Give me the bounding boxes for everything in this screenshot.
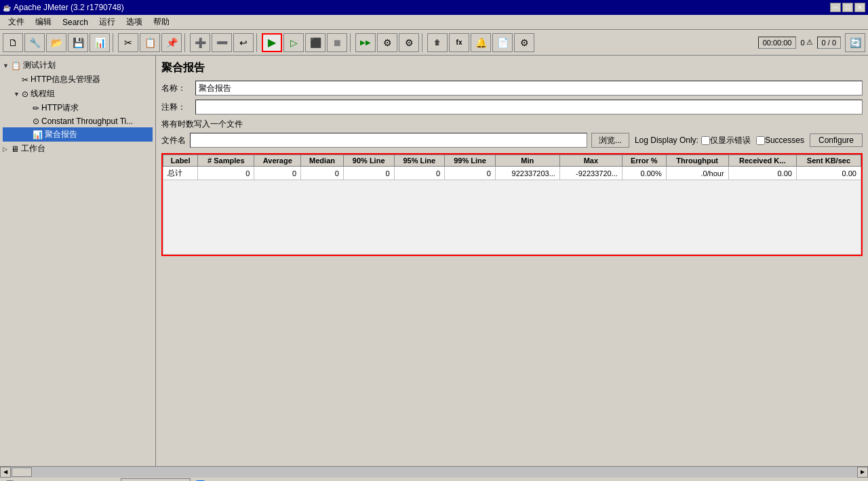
file-input[interactable] — [190, 133, 587, 148]
tree-item-workbench[interactable]: ▷ 🖥 工作台 — [3, 142, 153, 156]
shutdown-button[interactable]: ⏹ — [327, 33, 347, 52]
scroll-left-button[interactable]: ◀ — [0, 467, 11, 478]
label-aggregate: 聚合报告 — [45, 129, 77, 140]
arrow-workbench: ▷ — [3, 146, 11, 152]
right-panel: 聚合报告 名称： 注释： 将有时数写入一个文件 文件名 浏览... — [156, 56, 868, 466]
tree-item-thread-group[interactable]: ▼ ⊙ 线程组 — [3, 87, 153, 101]
file-section-label: 将有时数写入一个文件 — [161, 119, 863, 130]
menu-run[interactable]: 运行 — [94, 15, 121, 29]
tree-item-throughput[interactable]: ⊙ Constant Throughput Ti... — [3, 115, 153, 127]
cell-median: 0 — [301, 167, 344, 180]
configure-button[interactable]: Configure — [810, 133, 863, 147]
browse-button[interactable]: 浏览... — [591, 133, 629, 148]
cell-average: 0 — [254, 167, 301, 180]
icon-workbench: 🖥 — [11, 144, 19, 154]
name-row: 名称： — [161, 81, 863, 96]
col-received: Received K... — [728, 155, 796, 167]
loop-icon[interactable]: 🔄 — [845, 33, 865, 52]
expand-button[interactable]: ➕ — [190, 33, 210, 52]
collapse-button[interactable]: ➖ — [212, 33, 232, 52]
graph-button[interactable]: 📊 — [90, 33, 110, 52]
status-area: 00:00:00 0 ⚠ 0 / 0 🔄 — [758, 33, 865, 52]
scroll-thumb[interactable] — [12, 467, 32, 477]
error-indicator: 0 ⚠ — [800, 38, 812, 47]
remote-start-button[interactable]: ▶▶ — [355, 33, 376, 52]
new-button[interactable]: 🗋 — [3, 33, 23, 52]
play-no-pause-button[interactable]: ▷ — [283, 33, 304, 52]
toggle-button[interactable]: ↩ — [233, 33, 254, 52]
tree-item-aggregate[interactable]: 📊 聚合报告 — [3, 127, 153, 142]
icon-http-request: ✏ — [33, 104, 39, 113]
label-test-plan: 测试计划 — [23, 60, 56, 71]
name-label: 名称： — [161, 83, 195, 94]
menu-file[interactable]: 文件 — [3, 15, 30, 29]
open-button[interactable]: 📂 — [46, 33, 66, 52]
separator-1 — [113, 33, 115, 52]
col-99: 99% Line — [445, 155, 496, 167]
separator-5 — [422, 33, 425, 52]
save-table-data-button[interactable]: Save Table Data — [121, 478, 191, 482]
cell-95: 0 — [394, 167, 445, 180]
col-average: Average — [254, 155, 301, 167]
menu-edit[interactable]: 编辑 — [30, 15, 57, 29]
col-90: 90% Line — [343, 155, 394, 167]
col-samples: # Samples — [198, 155, 254, 167]
tree-item-test-plan[interactable]: ▼ 📋 测试计划 — [3, 58, 153, 72]
save-button[interactable]: 💾 — [68, 33, 88, 52]
cut-button[interactable]: ✂ — [118, 33, 138, 52]
horizontal-scrollbar[interactable]: ◀ ▶ — [0, 466, 868, 477]
table-row: 总计 0 0 0 0 0 0 922337203... -92233720...… — [163, 167, 861, 180]
log-viewer-button[interactable]: 📄 — [492, 33, 513, 52]
paste-button[interactable]: 📌 — [161, 33, 182, 52]
successes-label: Successes — [765, 135, 804, 145]
icon-aggregate: 📊 — [33, 130, 43, 140]
successes-checkbox[interactable] — [756, 136, 765, 145]
properties-button[interactable]: ⚙ — [514, 33, 534, 52]
cell-sent: 0.00 — [796, 167, 861, 180]
data-table-container: Label # Samples Average Median 90% Line … — [161, 153, 863, 256]
arrow-thread-group: ▼ — [14, 91, 22, 98]
icon-test-plan: 📋 — [11, 61, 21, 70]
comment-label: 注释： — [161, 102, 195, 113]
label-throughput: Constant Throughput Ti... — [41, 117, 133, 126]
errors-only-checkbox[interactable] — [701, 136, 710, 145]
empty-row — [163, 180, 861, 255]
icon-thread-group: ⊙ — [22, 89, 28, 99]
remote-config-button[interactable]: ⚙ — [377, 33, 397, 52]
col-label: Label — [163, 155, 198, 167]
tree-item-http-request[interactable]: ✏ HTTP请求 — [3, 101, 153, 115]
label-http-header: HTTP信息头管理器 — [31, 74, 100, 85]
icon-throughput: ⊙ — [33, 117, 39, 126]
menu-help[interactable]: 帮助 — [148, 15, 175, 29]
scroll-track — [11, 467, 857, 478]
name-input[interactable] — [195, 81, 863, 96]
scroll-right-button[interactable]: ▶ — [857, 467, 868, 478]
col-error: Error % — [622, 155, 666, 167]
label-http-request: HTTP请求 — [41, 102, 79, 114]
menu-options[interactable]: 选项 — [121, 15, 148, 29]
maximize-button[interactable]: □ — [842, 3, 853, 12]
remote-stop-button[interactable]: ⚙ — [399, 33, 419, 52]
stop-button[interactable]: ⬛ — [305, 33, 326, 52]
cell-90: 0 — [343, 167, 394, 180]
col-min: Min — [495, 155, 559, 167]
minimize-button[interactable]: ─ — [830, 3, 841, 12]
left-panel: ▼ 📋 测试计划 ✂ HTTP信息头管理器 ▼ ⊙ 线程组 ✏ HTTP请求 ⊙… — [0, 56, 156, 466]
icon-http-header: ✂ — [22, 75, 28, 85]
cell-error: 0.00% — [622, 167, 666, 180]
close-button[interactable]: ✕ — [854, 3, 865, 12]
tree-item-http-header[interactable]: ✂ HTTP信息头管理器 — [3, 72, 153, 87]
title-bar: ☕ Apache JMeter (3.2 r1790748) ─ □ ✕ — [0, 0, 868, 15]
toolbar: 🗋 🔧 📂 💾 📊 ✂ 📋 📌 ➕ ➖ ↩ ▶ ▷ ⬛ ⏹ ▶▶ ⚙ ⚙ 🗑 f… — [0, 30, 868, 56]
clear-button[interactable]: 🗑 — [427, 33, 448, 52]
template-button[interactable]: 🔧 — [24, 33, 45, 52]
col-max: Max — [559, 155, 622, 167]
help-button[interactable]: 🔔 — [471, 33, 491, 52]
menu-search[interactable]: Search — [57, 16, 94, 28]
log-display-label: Log Display Only: — [635, 135, 698, 145]
sample-ratio: 0 / 0 — [817, 37, 841, 49]
copy-button[interactable]: 📋 — [140, 33, 160, 52]
comment-input[interactable] — [195, 100, 863, 114]
play-button[interactable]: ▶ — [262, 33, 282, 52]
function-helper-button[interactable]: fx — [449, 33, 469, 52]
